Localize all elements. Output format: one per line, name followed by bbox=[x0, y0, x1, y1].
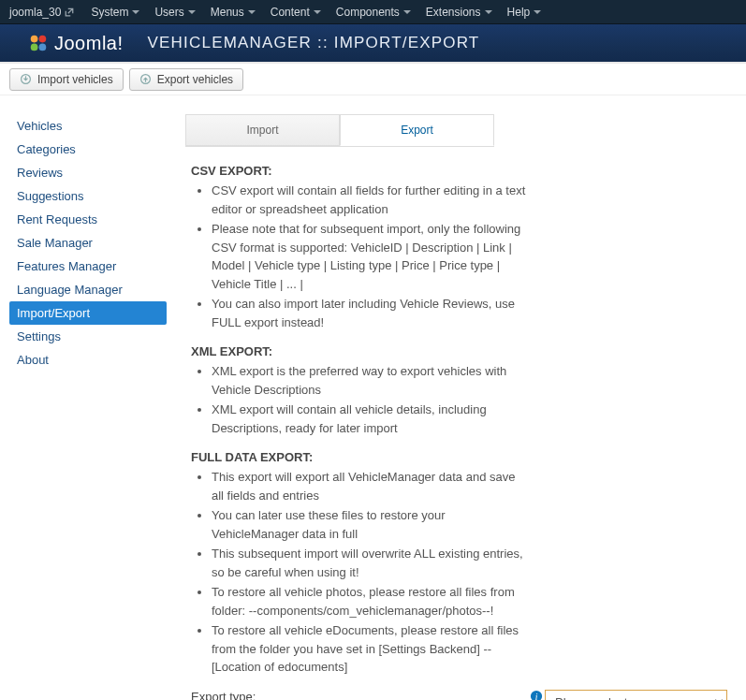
site-name: joomla_30 bbox=[9, 6, 61, 19]
sidebar-item-categories[interactable]: Categories bbox=[9, 138, 167, 161]
list-item: You can also import later including Vehi… bbox=[212, 295, 530, 331]
menu-menus[interactable]: Menus bbox=[211, 6, 256, 19]
chevron-down-icon bbox=[248, 10, 256, 14]
tab-import[interactable]: Import bbox=[185, 114, 340, 146]
list-item: This subsequent import will overwrite AL… bbox=[212, 545, 530, 581]
site-link[interactable]: joomla_30 bbox=[9, 6, 74, 19]
sidebar-item-sale-manager[interactable]: Sale Manager bbox=[9, 231, 167, 255]
sidebar-item-import-export[interactable]: Import/Export bbox=[9, 301, 167, 325]
svg-point-0 bbox=[31, 36, 38, 43]
svg-point-2 bbox=[31, 44, 38, 51]
xml-export-list: XML export is the preferred way to expor… bbox=[212, 362, 727, 437]
chevron-down-icon bbox=[314, 10, 321, 14]
menu-system[interactable]: System bbox=[91, 6, 139, 19]
joomla-logo-icon bbox=[28, 33, 49, 53]
export-type-select[interactable]: Please select bbox=[545, 690, 727, 701]
tab-export[interactable]: Export bbox=[340, 114, 494, 146]
chevron-down-icon bbox=[403, 10, 411, 14]
sidebar-item-reviews[interactable]: Reviews bbox=[9, 161, 167, 184]
import-icon bbox=[20, 73, 32, 85]
chevron-down-icon bbox=[132, 10, 139, 14]
list-item: To restore all vehicle eDocuments, pleas… bbox=[212, 621, 530, 677]
menu-extensions[interactable]: Extensions bbox=[426, 6, 492, 19]
external-link-icon bbox=[65, 7, 74, 17]
chevron-down-icon bbox=[534, 10, 541, 14]
sidebar-item-rent-requests[interactable]: Rent Requests bbox=[9, 208, 167, 231]
menu-content[interactable]: Content bbox=[271, 6, 321, 19]
export-icon bbox=[139, 73, 152, 85]
menu-components[interactable]: Components bbox=[336, 6, 411, 19]
main-content: Import Export CSV EXPORT: CSV export wil… bbox=[185, 114, 737, 700]
svg-point-1 bbox=[39, 36, 47, 43]
full-export-list: This export will export all VehicleManag… bbox=[212, 468, 727, 677]
sidebar-item-features-manager[interactable]: Features Manager bbox=[9, 255, 167, 278]
csv-export-list: CSV export will contain all fields for f… bbox=[212, 182, 727, 331]
logo-text: Joomla! bbox=[54, 33, 124, 54]
list-item: To restore all vehicle photos, please re… bbox=[212, 583, 530, 620]
menu-users[interactable]: Users bbox=[154, 6, 195, 19]
top-menubar: joomla_30 System Users Menus Content Com… bbox=[0, 0, 746, 24]
sidebar-item-settings[interactable]: Settings bbox=[9, 325, 167, 348]
list-item: This export will export all VehicleManag… bbox=[212, 468, 530, 504]
sidebar-item-language-manager[interactable]: Language Manager bbox=[9, 278, 167, 301]
menu-help[interactable]: Help bbox=[507, 6, 542, 19]
import-vehicles-button[interactable]: Import vehicles bbox=[9, 68, 124, 91]
joomla-logo: Joomla! bbox=[28, 33, 124, 54]
list-item: XML export is the preferred way to expor… bbox=[212, 362, 530, 399]
page-header: Joomla! VEHICLEMANAGER :: IMPORT/EXPORT bbox=[0, 24, 746, 64]
export-type-label: Export type: bbox=[191, 690, 528, 701]
list-item: You can later use these files to restore… bbox=[212, 506, 530, 543]
sidebar: Vehicles Categories Reviews Suggestions … bbox=[9, 114, 167, 700]
toolbar: Import vehicles Export vehicles bbox=[0, 64, 746, 95]
csv-export-heading: CSV EXPORT: bbox=[191, 164, 727, 178]
chevron-down-icon bbox=[188, 10, 196, 14]
export-vehicles-button[interactable]: Export vehicles bbox=[129, 68, 243, 91]
sidebar-item-suggestions[interactable]: Suggestions bbox=[9, 184, 167, 208]
list-item: Please note that for subsequent import, … bbox=[212, 220, 530, 293]
xml-export-heading: XML EXPORT: bbox=[191, 344, 727, 358]
list-item: CSV export will contain all fields for f… bbox=[212, 182, 530, 218]
sidebar-item-vehicles[interactable]: Vehicles bbox=[9, 114, 167, 138]
info-icon[interactable]: i bbox=[528, 690, 545, 701]
svg-point-3 bbox=[39, 44, 47, 51]
page-title: VEHICLEMANAGER :: IMPORT/EXPORT bbox=[148, 34, 480, 52]
list-item: XML export will contain all vehicle deta… bbox=[212, 401, 530, 437]
svg-text:i: i bbox=[535, 691, 538, 700]
full-export-heading: FULL DATA EXPORT: bbox=[191, 450, 727, 464]
tabs: Import Export bbox=[185, 114, 494, 147]
sidebar-item-about[interactable]: About bbox=[9, 348, 167, 372]
chevron-down-icon bbox=[485, 10, 492, 14]
